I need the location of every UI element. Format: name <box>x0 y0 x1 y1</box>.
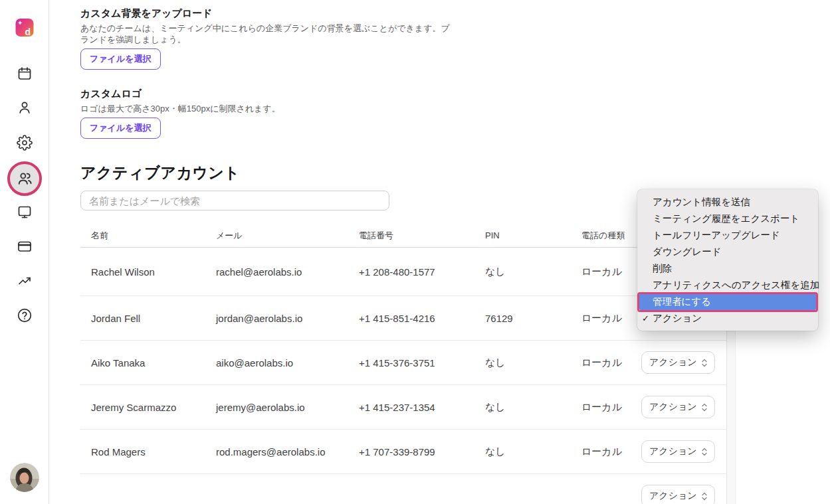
select-chevrons-icon <box>702 359 707 367</box>
action-select-label: アクション <box>649 490 697 502</box>
cell-email: rod.magers@aerolabs.io <box>216 446 359 458</box>
sidebar-item-analytics[interactable] <box>17 273 33 289</box>
row-action-select[interactable]: アクション <box>641 396 715 418</box>
menu-item-add-analytics-access[interactable]: アナリティクスへのアクセス権を追加 <box>637 277 818 294</box>
select-chevrons-icon <box>702 492 707 501</box>
menu-item-downgrade[interactable]: ダウングレード <box>637 244 818 260</box>
search-input[interactable] <box>80 191 389 210</box>
cell-name: Aiko Tanaka <box>91 357 216 369</box>
active-accounts-section: アクティブアカウント <box>80 163 389 210</box>
menu-item-tollfree-upgrade[interactable]: トールフリーアップグレード <box>637 227 818 244</box>
table-row: Jordan Fell jordan@aerolabs.io +1 415-85… <box>80 296 726 341</box>
cell-name: Rod Magers <box>91 446 216 458</box>
cell-pin: なし <box>485 446 581 458</box>
column-header-name: 名前 <box>91 230 216 242</box>
choose-file-button-background[interactable]: ファイルを選択 <box>80 48 161 70</box>
cell-name: Jordan Fell <box>91 313 216 324</box>
sidebar-item-settings[interactable] <box>17 135 33 151</box>
choose-file-button-logo[interactable]: ファイルを選択 <box>80 118 161 139</box>
admin-settings-page: { "sidebar": { "logo_letter": "d", "spar… <box>0 0 830 504</box>
cell-phone-type: ローカル <box>581 266 641 278</box>
sidebar-item-help[interactable] <box>17 307 33 323</box>
sidebar-item-billing[interactable] <box>17 238 33 254</box>
sparkle-icon: ✦ <box>17 19 23 27</box>
cell-phone-type: ローカル <box>581 446 641 458</box>
table-row: Jeremy Scarmazzo jeremy@aerolabs.io +1 4… <box>80 385 726 430</box>
sidebar-item-calendar[interactable] <box>17 66 33 82</box>
select-chevrons-icon <box>702 448 707 456</box>
cell-pin: 76129 <box>485 313 581 324</box>
table-row: Aiko Tanaka aiko@aerolabs.io +1 415-376-… <box>80 341 726 385</box>
menu-item-make-admin[interactable]: 管理者にする <box>639 294 816 310</box>
table-row-partial: アクション <box>80 474 726 504</box>
cell-phone-type: ローカル <box>581 357 641 369</box>
cell-name: Rachel Wilson <box>91 266 216 278</box>
cell-pin: なし <box>485 401 581 414</box>
sidebar-item-contacts[interactable] <box>17 100 33 116</box>
menu-item-label: 管理者にする <box>653 296 711 307</box>
dialpad-logo-icon: ✦ d <box>15 19 33 37</box>
column-header-pin: PIN <box>485 230 581 240</box>
cell-name: Jeremy Scarmazzo <box>91 402 216 413</box>
cell-email: jeremy@aerolabs.io <box>216 402 359 413</box>
cell-phone: +1 415-376-3751 <box>359 357 485 369</box>
user-avatar[interactable] <box>10 463 39 492</box>
cell-phone-type: ローカル <box>581 401 641 414</box>
column-header-email: メール <box>216 230 359 242</box>
cell-phone: +1 415-851-4216 <box>359 313 485 324</box>
cell-pin: なし <box>485 266 581 278</box>
row-action-select[interactable]: アクション <box>641 440 715 463</box>
cell-phone: +1 707-339-8799 <box>359 446 485 458</box>
cell-pin: なし <box>485 357 581 369</box>
menu-item-export-meeting-history[interactable]: ミーティング履歴をエクスポート <box>637 210 818 227</box>
action-select-label: アクション <box>649 357 697 369</box>
cell-email: rachel@aerolabs.io <box>216 266 359 278</box>
table-row: Rachel Wilson rachel@aerolabs.io +1 208-… <box>80 248 726 296</box>
custom-background-section: カスタム背景をアップロード あなたのチームは、ミーティング中にこれらの企業ブラン… <box>80 7 454 70</box>
cell-email: jordan@aerolabs.io <box>216 313 359 324</box>
person-icon <box>17 100 33 116</box>
menu-item-delete[interactable]: 削除 <box>637 260 818 277</box>
sidebar: ✦ d <box>0 0 49 504</box>
gear-icon <box>17 135 33 151</box>
logo-letter: d <box>25 27 31 37</box>
cell-phone: +1 415-237-1354 <box>359 402 485 413</box>
app-logo[interactable]: ✦ d <box>15 19 33 37</box>
custom-logo-title: カスタムロゴ <box>80 88 280 100</box>
select-chevrons-icon <box>702 403 707 412</box>
cell-phone-type: ローカル <box>581 312 641 325</box>
active-item-ring <box>7 161 42 196</box>
row-action-select[interactable]: アクション <box>641 485 715 504</box>
calendar-icon <box>17 66 33 82</box>
custom-logo-section: カスタムロゴ ロゴは最大で高さ30px・幅150pxに制限されます。 ファイルを… <box>80 88 280 139</box>
menu-item-send-account-info[interactable]: アカウント情報を送信 <box>637 194 818 210</box>
avatar-photo <box>10 463 39 492</box>
menu-item-action-checked[interactable]: ✓ アクション <box>637 310 818 327</box>
accounts-table: 名前 メール 電話番号 PIN 電話の種類 Rachel Wilson rach… <box>80 224 726 504</box>
column-header-phone: 電話番号 <box>359 230 485 242</box>
cell-phone: +1 208-480-1577 <box>359 266 485 278</box>
action-dropdown-menu: アカウント情報を送信 ミーティング履歴をエクスポート トールフリーアップグレード… <box>637 189 818 331</box>
cell-email: aiko@aerolabs.io <box>216 357 359 369</box>
sidebar-item-screenshare[interactable] <box>17 204 33 220</box>
team-icon <box>16 170 33 187</box>
table-row: Rod Magers rod.magers@aerolabs.io +1 707… <box>80 430 726 474</box>
custom-logo-description: ロゴは最大で高さ30px・幅150pxに制限されます。 <box>80 103 280 114</box>
action-select-label: アクション <box>649 446 697 458</box>
menu-item-label: アクション <box>653 313 702 323</box>
trending-up-icon <box>17 273 33 289</box>
custom-background-title: カスタム背景をアップロード <box>80 7 454 20</box>
action-select-label: アクション <box>649 401 697 413</box>
custom-background-description: あなたのチームは、ミーティング中にこれらの企業ブランドの背景を選ぶことができます… <box>80 23 454 45</box>
column-header-phone-type: 電話の種類 <box>581 230 641 242</box>
row-action-select[interactable]: アクション <box>641 351 715 374</box>
table-header-row: 名前 メール 電話番号 PIN 電話の種類 <box>80 224 726 248</box>
active-accounts-title: アクティブアカウント <box>80 163 389 183</box>
monitor-icon <box>17 204 33 220</box>
sidebar-item-team-active[interactable] <box>7 161 42 196</box>
check-icon: ✓ <box>642 310 649 327</box>
help-circle-icon <box>17 307 33 323</box>
credit-card-icon <box>17 238 33 254</box>
